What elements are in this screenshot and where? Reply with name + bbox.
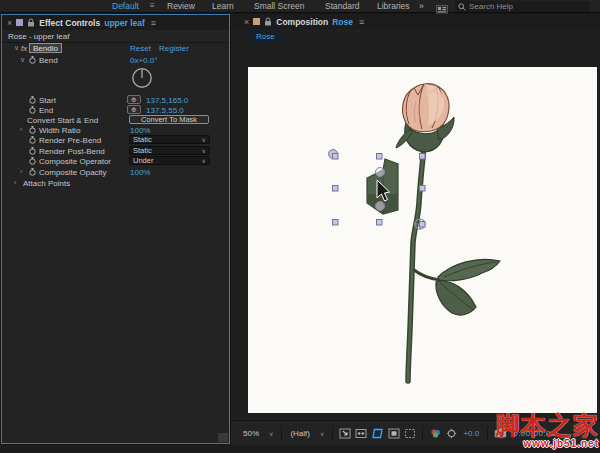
right-lower-leaf — [436, 281, 476, 315]
dropdown-value: Under — [133, 156, 153, 165]
stopwatch-icon[interactable] — [29, 126, 36, 134]
after-effects-window: Default ≡ Review Learn Small Screen Stan… — [0, 0, 600, 453]
transparency-grid-icon[interactable] — [388, 428, 400, 439]
point-target-button[interactable]: ⊕ — [127, 95, 141, 104]
chevron-down-icon: ∨ — [202, 157, 206, 164]
reset-link[interactable]: Reset — [130, 44, 151, 53]
property-value[interactable]: 100% — [130, 168, 150, 177]
property-value[interactable]: 137.5,55.0 — [146, 106, 184, 115]
watermark-title: 脚本之家 — [479, 412, 599, 438]
lock-icon[interactable] — [27, 18, 35, 27]
property-label: End — [39, 106, 53, 115]
stopwatch-icon[interactable] — [29, 147, 36, 155]
rose-artwork — [248, 67, 597, 413]
angle-dial[interactable] — [131, 67, 153, 89]
help-search-field[interactable] — [455, 1, 590, 12]
effect-controls-panel: × Effect Controls upper leaf ≡ Rose - up… — [1, 14, 230, 444]
stopwatch-icon[interactable] — [29, 168, 36, 176]
effect-point-start[interactable] — [376, 202, 385, 211]
grid-guides-icon[interactable] — [339, 428, 351, 439]
workspace-bar: Default ≡ Review Learn Small Screen Stan… — [0, 0, 600, 13]
property-label: Render Post-Bend — [39, 147, 105, 156]
close-icon[interactable]: × — [7, 18, 12, 28]
disclosure-closed-icon[interactable]: › — [20, 168, 22, 175]
chevron-down-icon: ∨ — [202, 136, 206, 143]
property-row-start: Start ⊕ 137.5,165.0 — [2, 95, 229, 105]
panel-target-comp: Rose — [332, 17, 353, 27]
property-value[interactable]: 137.5,165.0 — [146, 96, 188, 105]
property-row-width-ratio: › Width Ratio 100% — [2, 125, 229, 135]
property-label: Attach Points — [23, 179, 70, 188]
property-value[interactable]: 100% — [130, 126, 150, 135]
chevron-down-icon: ∨ — [320, 430, 324, 437]
workspace-tab-libraries[interactable]: Libraries — [377, 1, 410, 11]
property-label: Width Ratio — [39, 126, 80, 135]
point-target-button[interactable]: ⊕ — [127, 105, 141, 114]
panel-menu-icon[interactable]: ≡ — [359, 17, 364, 27]
disclosure-open-icon[interactable]: ∨ — [14, 44, 19, 52]
watermark: 脚本之家 www.jb51.net — [479, 412, 599, 449]
workspace-tab-learn[interactable]: Learn — [212, 1, 234, 11]
stopwatch-icon[interactable] — [29, 56, 36, 64]
composite-operator-dropdown[interactable]: Under∨ — [129, 156, 210, 165]
stopwatch-icon[interactable] — [29, 136, 36, 144]
property-row-end: End ⊕ 137.5,55.0 — [2, 105, 229, 115]
comp-viewer-tab-rose[interactable]: Rose — [248, 30, 283, 43]
magnification-dropdown[interactable]: 50% ∨ — [239, 429, 277, 438]
region-of-interest-icon[interactable] — [404, 428, 416, 439]
stopwatch-icon[interactable] — [29, 96, 36, 104]
stopwatch-icon[interactable] — [29, 157, 36, 165]
exposure-value[interactable]: +0.0 — [463, 429, 479, 438]
property-value[interactable]: 0x+0.0° — [130, 56, 157, 65]
close-icon[interactable]: × — [244, 17, 249, 27]
lock-icon[interactable] — [264, 17, 272, 26]
effect-name-chip[interactable]: Bendio — [29, 43, 62, 53]
show-channel-icon[interactable] — [429, 428, 442, 439]
effect-header-row: ∨ fx Bendio Reset Register — [2, 43, 229, 55]
property-label: Start — [39, 96, 56, 105]
workspace-tab-default[interactable]: Default — [112, 1, 139, 11]
pixel-aspect-icon[interactable] — [355, 428, 367, 439]
disclosure-closed-icon[interactable]: › — [20, 126, 22, 133]
fast-previews-icon[interactable] — [446, 428, 457, 439]
property-row-convert: Convert Start & End Convert To Mask — [2, 115, 229, 125]
resolution-dropdown[interactable]: (Half) ∨ — [286, 429, 328, 438]
composition-panel: × Composition Rose ≡ Rose — [231, 14, 600, 445]
chevron-down-icon: ∨ — [202, 147, 206, 154]
search-input[interactable] — [469, 2, 569, 11]
register-link[interactable]: Register — [159, 44, 189, 53]
dropdown-value: Static — [133, 146, 152, 155]
layer-title: Rose - upper leaf — [2, 30, 229, 43]
render-post-bend-dropdown[interactable]: Static∨ — [129, 146, 210, 155]
disclosure-open-icon[interactable]: ∨ — [20, 56, 25, 64]
search-icon — [458, 3, 466, 11]
workspace-tab-review[interactable]: Review — [167, 1, 195, 11]
property-label: Render Pre-Bend — [39, 136, 101, 145]
property-row-composite-operator: Composite Operator Under∨ — [2, 156, 229, 167]
workspace-overflow-icon[interactable]: » — [419, 1, 424, 11]
bend-dial-row — [2, 65, 229, 95]
workspace-tab-standard[interactable]: Standard — [325, 1, 360, 11]
stopwatch-icon[interactable] — [29, 106, 36, 114]
render-pre-bend-dropdown[interactable]: Static∨ — [129, 135, 210, 144]
zoom-level-value: 50% — [243, 429, 259, 438]
convert-to-mask-button[interactable]: Convert To Mask — [129, 115, 209, 124]
property-row-render-post-bend: Render Post-Bend Static∨ — [2, 146, 229, 156]
scrollbar-corner[interactable] — [218, 433, 228, 442]
composition-tab[interactable]: × Composition Rose ≡ — [231, 14, 600, 29]
property-label: Convert Start & End — [27, 116, 98, 125]
property-row-composite-opacity: › Composite Opacity 100% — [2, 167, 229, 178]
workspace-menu-icon[interactable]: ≡ — [150, 1, 155, 10]
leaf-branch — [414, 270, 440, 280]
workspace-tab-small-screen[interactable]: Small Screen — [254, 1, 305, 11]
property-row-render-pre-bend: Render Pre-Bend Static∨ — [2, 135, 229, 146]
mask-visibility-icon[interactable] — [371, 428, 384, 439]
effect-controls-tab[interactable]: × Effect Controls upper leaf ≡ — [2, 15, 229, 30]
effect-point-end[interactable] — [376, 168, 385, 177]
property-row-bend: ∨ Bend 0x+0.0° — [2, 55, 229, 65]
property-label: Composite Operator — [39, 157, 111, 166]
panel-menu-icon[interactable]: ≡ — [151, 18, 156, 28]
disclosure-closed-icon[interactable]: › — [14, 179, 16, 186]
composition-canvas[interactable] — [248, 67, 597, 413]
fx-icon: fx — [21, 44, 27, 53]
